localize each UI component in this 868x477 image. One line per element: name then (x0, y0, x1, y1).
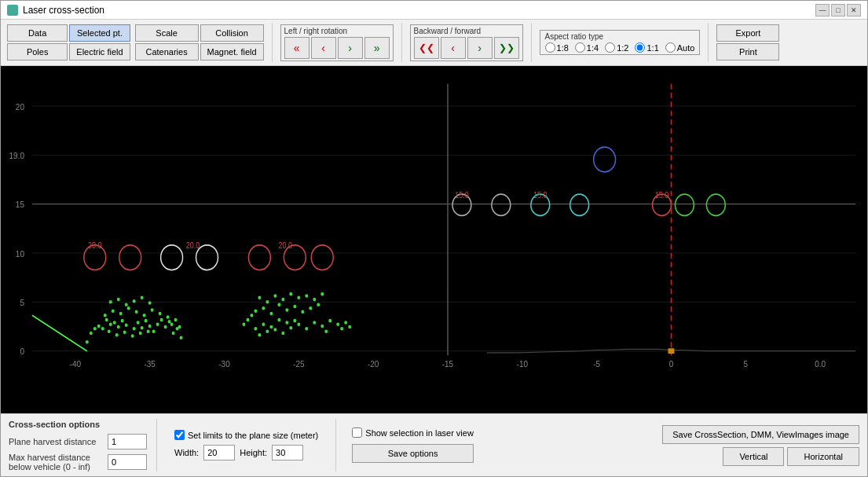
max-harvest-input[interactable] (108, 454, 147, 470)
set-limits-checkbox[interactable] (174, 430, 185, 440)
minimize-button[interactable]: — (815, 4, 830, 17)
left-right-buttons: « ‹ › » (284, 37, 390, 59)
svg-point-90 (176, 327, 179, 331)
svg-point-69 (115, 333, 119, 337)
svg-point-113 (328, 319, 331, 323)
svg-text:20.0: 20.0 (88, 241, 101, 251)
forward-far-button[interactable]: ❯❯ (494, 37, 519, 59)
aspect-auto[interactable]: Auto (665, 42, 695, 53)
svg-text:19.0: 19.0 (9, 150, 24, 160)
save-cross-section-button[interactable]: Save CrossSection, DMM, ViewImages image (662, 425, 859, 444)
backward-button[interactable]: ‹ (441, 37, 466, 59)
height-label: Height: (240, 448, 267, 457)
title-bar: Laser cross-section — □ ✕ (1, 1, 867, 20)
width-label: Width: (174, 448, 199, 457)
svg-point-132 (266, 300, 269, 304)
rotate-left-button[interactable]: ‹ (311, 37, 336, 59)
svg-point-138 (313, 298, 316, 302)
right-panel: Save CrossSection, DMM, ViewImages image… (662, 425, 859, 466)
poles-button[interactable]: Poles (7, 43, 68, 61)
horizontal-button[interactable]: Horizontal (787, 447, 859, 466)
magnet-field-button[interactable]: Magnet. field (200, 43, 264, 61)
catenaries-button[interactable]: Catenaries (135, 43, 199, 61)
toolbar: Data Selected pt. Poles Electric field S… (1, 20, 867, 66)
svg-point-88 (86, 340, 89, 344)
svg-point-56 (97, 325, 101, 328)
maximize-button[interactable]: □ (831, 4, 845, 17)
svg-point-80 (151, 308, 154, 312)
show-selection-label: Show selection in laser view (365, 428, 474, 438)
section-title: Cross-section options (9, 420, 147, 429)
svg-point-127 (242, 322, 245, 326)
svg-point-139 (320, 292, 324, 296)
export-button[interactable]: Export (716, 24, 779, 42)
svg-point-95 (133, 299, 136, 303)
svg-point-96 (141, 295, 144, 299)
svg-text:5: 5 (744, 358, 749, 369)
title-bar-controls[interactable]: — □ ✕ (815, 4, 861, 17)
set-limits-row: Set limits to the plane size (meter) (174, 430, 318, 440)
svg-point-62 (148, 325, 152, 328)
svg-text:10: 10 (16, 248, 24, 259)
plane-harvest-input[interactable] (108, 434, 147, 449)
save-options-button[interactable]: Save options (352, 444, 474, 463)
selected-pt-button[interactable]: Selected pt. (69, 24, 130, 42)
aspect-1-2[interactable]: 1:2 (605, 42, 628, 53)
svg-text:-10: -10 (517, 358, 528, 369)
svg-point-126 (246, 318, 249, 322)
bottom-panel: Cross-section options Plane harvest dist… (1, 413, 867, 476)
svg-point-135 (289, 292, 292, 296)
svg-point-120 (285, 308, 288, 312)
vertical-button[interactable]: Vertical (723, 447, 784, 466)
aspect-1-4[interactable]: 1:4 (575, 42, 599, 53)
svg-point-109 (297, 322, 300, 326)
svg-point-108 (289, 326, 292, 330)
electric-field-button[interactable]: Electric field (69, 43, 130, 61)
svg-point-121 (293, 305, 296, 309)
show-selection-checkbox[interactable] (352, 427, 362, 438)
aspect-ratio-options: 1:8 1:4 1:2 1:1 Auto (545, 42, 695, 53)
svg-text:0.0: 0.0 (815, 358, 826, 369)
svg-point-83 (170, 322, 174, 326)
svg-point-82 (167, 315, 170, 319)
collision-button[interactable]: Collision (200, 24, 264, 42)
scale-button[interactable]: Scale (135, 24, 199, 42)
svg-point-136 (297, 295, 300, 299)
forward-button[interactable]: › (467, 37, 493, 59)
data-button[interactable]: Data (7, 24, 68, 42)
bottom-separator-1 (156, 419, 157, 471)
svg-point-61 (145, 319, 148, 323)
canvas-area[interactable]: 0 5 10 15 19.0 20 -40 -35 -30 -25 -20 -1… (1, 66, 867, 413)
svg-text:-40: -40 (70, 358, 81, 369)
print-button[interactable]: Print (716, 43, 779, 61)
svg-point-133 (273, 294, 277, 298)
svg-text:15.0: 15.0 (655, 190, 668, 200)
svg-point-74 (104, 314, 107, 317)
close-button[interactable]: ✕ (847, 4, 861, 17)
svg-point-60 (141, 326, 144, 330)
svg-point-114 (336, 322, 339, 326)
svg-point-87 (93, 327, 97, 331)
svg-point-115 (324, 329, 328, 333)
backward-forward-group: Backward / forward ❮❮ ‹ › ❯❯ (410, 24, 523, 61)
aspect-1-8[interactable]: 1:8 (545, 42, 569, 53)
svg-rect-28 (668, 348, 674, 354)
rotate-left-far-button[interactable]: « (284, 37, 309, 59)
svg-point-130 (348, 325, 351, 329)
svg-text:-30: -30 (218, 358, 229, 369)
width-input[interactable] (203, 445, 235, 460)
aspect-1-1[interactable]: 1:1 (635, 42, 658, 53)
svg-text:-20: -20 (368, 358, 379, 369)
svg-text:15.0: 15.0 (455, 190, 468, 200)
rotate-right-far-button[interactable]: » (364, 37, 390, 59)
svg-text:5: 5 (20, 297, 24, 307)
backward-forward-label: Backward / forward (414, 27, 482, 35)
svg-point-68 (108, 329, 111, 333)
rotate-right-button[interactable]: › (338, 37, 363, 59)
svg-point-70 (123, 331, 126, 335)
svg-point-71 (131, 334, 134, 338)
backward-far-button[interactable]: ❮❮ (414, 37, 439, 59)
height-input[interactable] (272, 445, 303, 460)
svg-point-97 (148, 301, 152, 305)
svg-point-98 (254, 327, 257, 331)
